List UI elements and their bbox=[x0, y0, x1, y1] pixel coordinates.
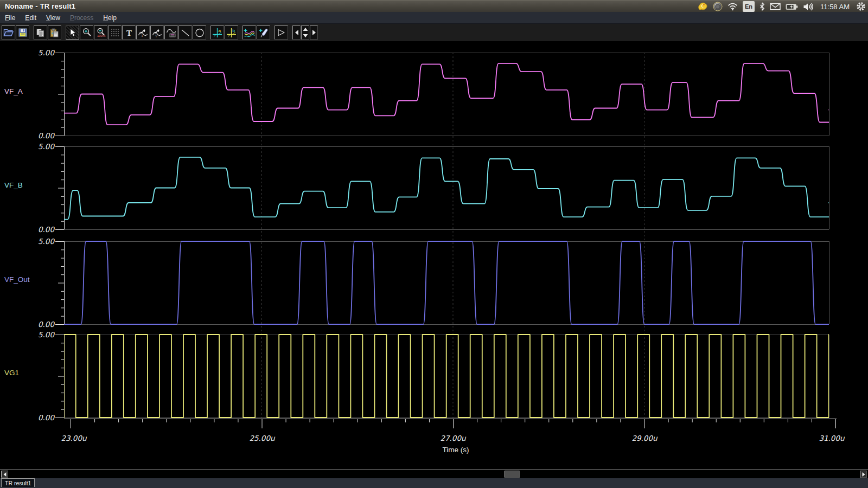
y-min-label-vfa: 0.00 bbox=[2, 131, 54, 140]
trace-label-vfb[interactable]: VF_B bbox=[4, 181, 23, 189]
y-max-label-vfb: 5.00 bbox=[2, 142, 54, 151]
y-min-label-vg1: 0.00 bbox=[2, 413, 54, 422]
application-window: Noname - TR result1 En bbox=[0, 0, 868, 488]
waveform-VF_A[interactable] bbox=[64, 63, 835, 125]
x-tick-25u: 25.00u bbox=[249, 434, 275, 442]
horizontal-scrollbar[interactable] bbox=[0, 470, 868, 478]
x-tick-23u: 23.00u bbox=[61, 434, 86, 442]
waveform-VF_Out[interactable] bbox=[64, 241, 829, 324]
x-tick-31u: 31.00u bbox=[819, 434, 844, 442]
y-max-label-vg1: 5.00 bbox=[2, 330, 54, 339]
y-min-label-vfout: 0.00 bbox=[2, 320, 54, 329]
scrollbar-thumb[interactable] bbox=[505, 471, 520, 478]
y-max-label-vfout: 5.00 bbox=[2, 237, 54, 246]
trace-label-vfout[interactable]: VF_Out bbox=[4, 275, 30, 284]
waveform-VF_B[interactable] bbox=[64, 157, 834, 220]
y-max-label-vfa: 5.00 bbox=[2, 48, 54, 57]
trace-label-vg1[interactable]: VG1 bbox=[4, 369, 19, 377]
plot-svg bbox=[0, 0, 868, 488]
tab-bar: TR result1 bbox=[0, 478, 868, 488]
trace-label-vfa[interactable]: VF_A bbox=[4, 87, 23, 95]
scrollbar-right-arrow[interactable] bbox=[860, 471, 867, 478]
scrollbar-left-arrow[interactable] bbox=[1, 471, 8, 478]
x-tick-27u: 27.00u bbox=[440, 434, 465, 442]
tab-tr-result1[interactable]: TR result1 bbox=[1, 478, 35, 487]
waveform-VG1[interactable] bbox=[64, 335, 841, 418]
x-axis-title: Time (s) bbox=[443, 446, 469, 454]
y-min-label-vfb: 0.00 bbox=[2, 225, 54, 234]
x-tick-29u: 29.00u bbox=[631, 434, 657, 442]
